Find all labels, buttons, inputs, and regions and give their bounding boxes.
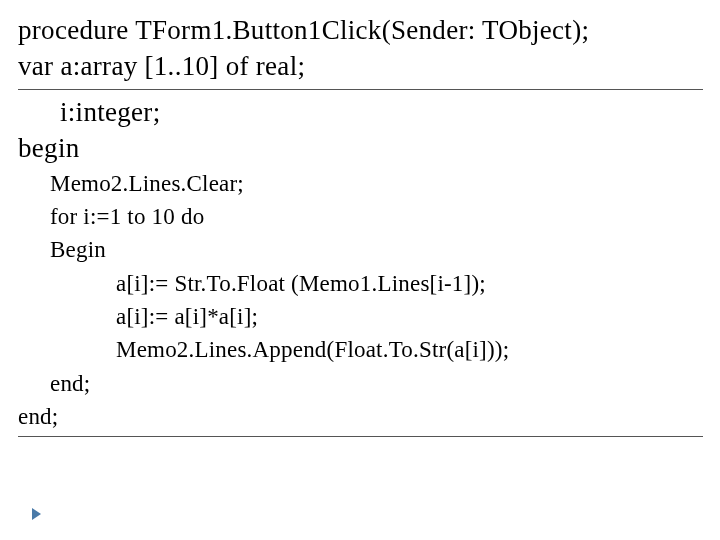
- code-line-1: procedure TForm1.Button1Click(Sender: TO…: [18, 12, 702, 48]
- code-line-2: var a:array [1..10] of real;: [18, 48, 702, 84]
- code-line-5: Memo2.Lines.Clear;: [18, 167, 702, 200]
- code-line-4: begin: [18, 130, 702, 166]
- code-line-9: a[i]:= a[i]*a[i];: [18, 300, 702, 333]
- divider-top: [18, 89, 703, 90]
- code-line-12: end;: [18, 400, 702, 433]
- code-line-8: a[i]:= Str.To.Float (Memo1.Lines[i-1]);: [18, 267, 702, 300]
- play-marker-icon: [32, 508, 41, 520]
- code-line-10: Memo2.Lines.Append(Float.To.Str(a[i]));: [18, 333, 702, 366]
- code-line-11: end;: [18, 367, 702, 400]
- code-line-7: Begin: [18, 233, 702, 266]
- code-line-6: for i:=1 to 10 do: [18, 200, 702, 233]
- divider-bottom: [18, 436, 703, 437]
- code-line-3: i:integer;: [18, 94, 702, 130]
